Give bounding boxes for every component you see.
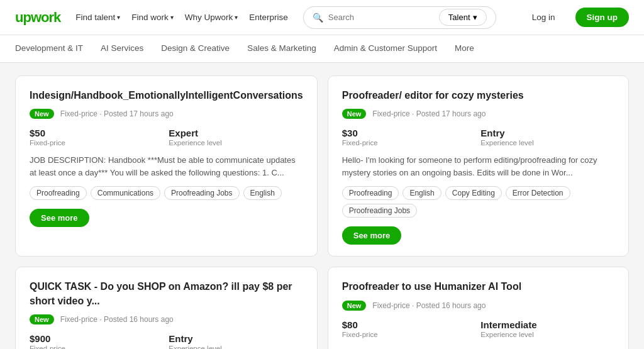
skill-tag[interactable]: Proofreading Jobs	[164, 186, 239, 200]
badge-new: New	[342, 301, 367, 311]
card-price-row: $30 Fixed-price Entry Experience level	[342, 128, 614, 147]
search-bar: 🔍 Talent ▾	[303, 6, 496, 29]
price-block: $900 Fixed-price	[30, 333, 164, 349]
card-title: Proofreader/ editor for cozy mysteries	[342, 89, 614, 102]
talent-dropdown[interactable]: Talent ▾	[439, 9, 487, 26]
level-block: Expert Experience level	[169, 128, 303, 147]
search-icon: 🔍	[313, 13, 323, 23]
tags-container: ProofreadingCommunicationsProofreading J…	[30, 186, 303, 200]
level-block: Entry Experience level	[480, 128, 614, 147]
job-card: Indesign/Handbook_EmotionallyIntelligent…	[15, 75, 318, 257]
login-button[interactable]: Log in	[527, 13, 560, 22]
see-more-button[interactable]: See more	[30, 209, 89, 227]
card-meta: New Fixed-price · Posted 17 hours ago	[30, 109, 303, 119]
level-block: Intermediate Experience level	[480, 319, 614, 338]
card-title: QUICK TASK - Do you SHOP on Amazon? ill …	[30, 280, 303, 308]
price-label: Fixed-price	[342, 331, 476, 338]
card-meta-text: Fixed-price · Posted 16 hours ago	[372, 301, 486, 310]
price-label: Fixed-price	[342, 139, 476, 147]
price-block: $30 Fixed-price	[342, 128, 476, 147]
nav-why-upwork[interactable]: Why Upwork ▾	[185, 13, 238, 22]
badge-new: New	[30, 314, 54, 324]
subnav-admin[interactable]: Admin & Customer Support	[334, 41, 437, 57]
find-work-caret: ▾	[170, 14, 174, 21]
card-description: I need an American English proofreader. …	[342, 346, 614, 349]
price-label: Fixed-price	[30, 345, 164, 349]
find-talent-caret: ▾	[117, 14, 120, 21]
price-label: Fixed-price	[30, 139, 164, 147]
skill-tag[interactable]: Proofreading	[342, 186, 399, 200]
card-price: $30	[342, 128, 476, 138]
why-upwork-caret: ▾	[235, 14, 238, 21]
card-description: Hello- I'm looking for someone to perfor…	[342, 154, 614, 179]
subnav-development[interactable]: Development & IT	[15, 41, 83, 57]
card-meta-text: Fixed-price · Posted 17 hours ago	[60, 109, 174, 118]
badge-new: New	[30, 109, 54, 119]
card-price: $50	[30, 128, 164, 138]
main-nav: Find talent ▾ Find work ▾ Why Upwork ▾ E…	[75, 13, 288, 22]
price-block: $50 Fixed-price	[30, 128, 164, 147]
nav-find-work[interactable]: Find work ▾	[131, 13, 174, 22]
main-header: upwork Find talent ▾ Find work ▾ Why Upw…	[0, 0, 644, 35]
skill-tag[interactable]: English	[402, 186, 441, 200]
main-content: Indesign/Handbook_EmotionallyIntelligent…	[0, 63, 644, 349]
experience-level: Intermediate	[480, 319, 614, 330]
skill-tag[interactable]: Error Detection	[506, 186, 570, 200]
card-price: $80	[342, 319, 476, 330]
card-price-row: $50 Fixed-price Expert Experience level	[30, 128, 303, 147]
experience-level: Entry	[169, 333, 303, 344]
skill-tag[interactable]: Proofreading Jobs	[342, 204, 417, 218]
level-label: Experience level	[169, 345, 303, 349]
level-label: Experience level	[480, 139, 614, 147]
card-title: Indesign/Handbook_EmotionallyIntelligent…	[30, 89, 303, 102]
experience-level: Expert	[169, 128, 303, 138]
job-cards-grid: Indesign/Handbook_EmotionallyIntelligent…	[15, 75, 629, 349]
upwork-logo[interactable]: upwork	[15, 9, 60, 26]
tags-container: ProofreadingEnglishCopy EditingError Det…	[342, 186, 614, 218]
level-block: Entry Experience level	[169, 333, 303, 349]
subnav-sales[interactable]: Sales & Marketing	[247, 41, 316, 57]
card-meta: New Fixed-price · Posted 16 hours ago	[30, 314, 303, 324]
nav-enterprise[interactable]: Enterprise	[249, 13, 288, 22]
experience-level: Entry	[480, 128, 614, 138]
skill-tag[interactable]: Communications	[91, 186, 160, 200]
nav-find-talent[interactable]: Find talent ▾	[75, 13, 120, 22]
card-meta: New Fixed-price · Posted 16 hours ago	[342, 301, 614, 311]
card-description: JOB DESCRIPTION: Handbook ***Must be abl…	[30, 154, 303, 179]
card-price-row: $900 Fixed-price Entry Experience level	[30, 333, 303, 349]
subnav-design[interactable]: Design & Creative	[161, 41, 230, 57]
signup-button[interactable]: Sign up	[575, 8, 630, 27]
subnav-ai[interactable]: AI Services	[101, 41, 143, 57]
card-meta-text: Fixed-price · Posted 17 hours ago	[372, 109, 486, 118]
sub-navigation: Development & IT AI Services Design & Cr…	[0, 35, 644, 63]
search-input[interactable]	[328, 13, 434, 22]
price-block: $80 Fixed-price	[342, 319, 476, 338]
see-more-button[interactable]: See more	[342, 226, 402, 245]
card-meta-text: Fixed-price · Posted 16 hours ago	[60, 315, 174, 324]
level-label: Experience level	[169, 139, 303, 147]
job-card: Proofreader to use Humanizer AI Tool New…	[328, 267, 629, 349]
badge-new: New	[342, 109, 367, 119]
talent-caret: ▾	[473, 13, 477, 22]
job-card: QUICK TASK - Do you SHOP on Amazon? ill …	[15, 267, 318, 349]
card-title: Proofreader to use Humanizer AI Tool	[342, 280, 614, 294]
skill-tag[interactable]: Proofreading	[30, 186, 87, 200]
level-label: Experience level	[480, 331, 614, 338]
skill-tag[interactable]: English	[243, 186, 282, 200]
card-meta: New Fixed-price · Posted 17 hours ago	[342, 109, 614, 119]
job-card: Proofreader/ editor for cozy mysteries N…	[328, 75, 629, 257]
subnav-more[interactable]: More	[455, 41, 474, 57]
skill-tag[interactable]: Copy Editing	[445, 186, 502, 200]
card-price: $900	[30, 333, 164, 344]
card-price-row: $80 Fixed-price Intermediate Experience …	[342, 319, 614, 338]
